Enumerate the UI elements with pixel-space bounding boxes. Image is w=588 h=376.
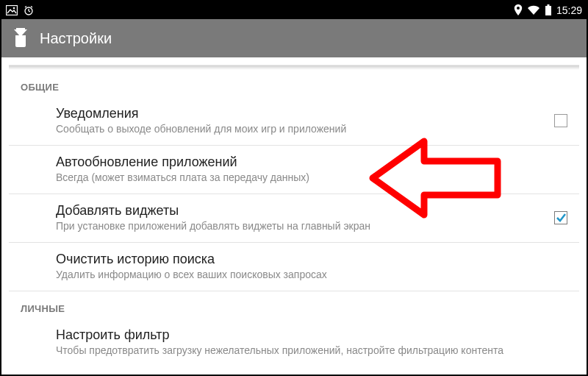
setting-title: Добавлять виджеты: [56, 203, 545, 219]
wifi-icon: [527, 5, 540, 15]
svg-point-7: [517, 7, 520, 10]
setting-title: Настроить фильтр: [56, 327, 567, 343]
location-icon: [514, 4, 523, 16]
setting-clear-history[interactable]: Очистить историю поиска Удалить информац…: [9, 243, 579, 291]
action-bar: Настройки: [1, 19, 587, 57]
svg-line-4: [29, 11, 30, 12]
setting-subtitle: Удалить информацию о всех ваших поисковы…: [56, 269, 567, 280]
svg-rect-9: [547, 4, 549, 6]
checkbox[interactable]: [554, 114, 567, 127]
setting-title: Уведомления: [56, 106, 545, 121]
battery-icon: [545, 4, 552, 16]
svg-line-5: [25, 7, 26, 8]
setting-subtitle: При установке приложений добавлять видже…: [56, 220, 545, 232]
setting-add-widgets[interactable]: Добавлять виджеты При установке приложен…: [9, 194, 579, 243]
svg-rect-0: [7, 6, 18, 15]
picture-icon: [6, 5, 18, 15]
setting-title: Очистить историю поиска: [56, 252, 567, 267]
checkbox[interactable]: [554, 211, 567, 224]
page-title: Настройки: [40, 30, 112, 47]
settings-list: ОБЩИЕ Уведомления Сообщать о выходе обно…: [9, 65, 579, 375]
svg-rect-8: [545, 6, 551, 15]
play-store-icon[interactable]: [10, 28, 31, 49]
section-header-personal: ЛИЧНЫЕ: [9, 291, 579, 319]
setting-title: Автообновление приложений: [56, 155, 567, 170]
svg-line-6: [31, 7, 32, 8]
status-time: 15:29: [556, 4, 582, 16]
setting-subtitle: Всегда (может взиматься плата за передач…: [56, 171, 567, 183]
setting-subtitle: Чтобы предотвратить загрузку нежелательн…: [56, 344, 567, 356]
setting-subtitle: Сообщать о выходе обновлений для моих иг…: [56, 123, 545, 135]
setting-notifications[interactable]: Уведомления Сообщать о выходе обновлений…: [9, 97, 579, 146]
alarm-icon: [24, 5, 34, 15]
setting-auto-update[interactable]: Автообновление приложений Всегда (может …: [9, 146, 579, 194]
status-bar: 15:29: [1, 1, 587, 19]
svg-point-1: [13, 7, 15, 10]
svg-rect-11: [16, 28, 25, 30]
setting-filter[interactable]: Настроить фильтр Чтобы предотвратить заг…: [9, 319, 579, 366]
section-header-general: ОБЩИЕ: [9, 70, 579, 97]
